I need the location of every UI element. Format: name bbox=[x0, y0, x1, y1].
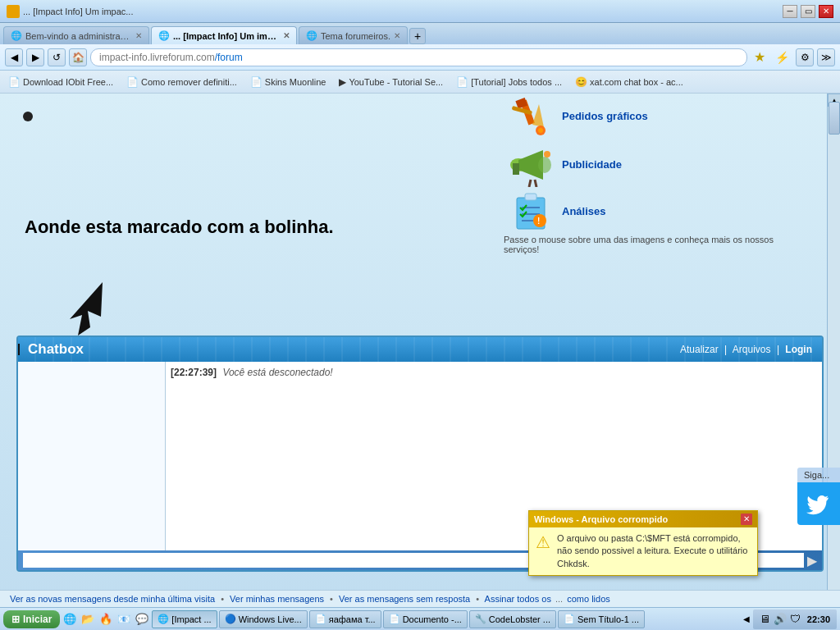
bookmark-icon-3: ▶ bbox=[339, 76, 346, 88]
taskbar-task-3[interactable]: 📄 Documento -... bbox=[383, 610, 468, 628]
taskbar-task-label-1: Windows Live... bbox=[239, 614, 302, 624]
bottom-link-unanswered[interactable]: Ver as mensagens sem resposta bbox=[339, 594, 470, 604]
close-button[interactable]: ✕ bbox=[819, 5, 833, 18]
bookmark-label-1: Como remover definiti... bbox=[141, 77, 237, 87]
bookmark-star-button[interactable]: ★ bbox=[754, 49, 765, 65]
taskbar-task-icon-2: 📄 bbox=[315, 614, 326, 624]
bottom-link-as-read[interactable]: como lidos bbox=[567, 594, 610, 604]
service-item-0[interactable]: Pedidos gráficos bbox=[504, 94, 648, 139]
error-warning-icon: ⚠ bbox=[536, 532, 550, 570]
tab-1[interactable]: 🌐 ... [Impact Info] Um impac... ✕ bbox=[151, 26, 297, 44]
service-icon-1 bbox=[504, 142, 557, 187]
system-tray: 🖥 🔊 🛡 22:30 bbox=[753, 609, 837, 629]
tab-close-0[interactable]: ✕ bbox=[135, 31, 142, 40]
service-item-1[interactable]: Publicidade bbox=[504, 142, 622, 187]
back-button[interactable]: ◀ bbox=[5, 48, 23, 66]
taskbar-quicklaunch-3[interactable]: 📧 bbox=[116, 611, 132, 628]
taskbar-quicklaunch-0[interactable]: 🌐 bbox=[62, 611, 78, 628]
browser-icon bbox=[7, 5, 20, 18]
scrollbar-track[interactable]: ▲ ▼ bbox=[827, 94, 840, 607]
tab-close-1[interactable]: ✕ bbox=[283, 31, 290, 40]
tab-close-2[interactable]: ✕ bbox=[394, 31, 400, 40]
chatbox-title: Chatbox bbox=[28, 341, 84, 358]
twitter-button[interactable] bbox=[797, 482, 840, 525]
taskbar-task-1[interactable]: 🔵 Windows Live... bbox=[219, 610, 308, 628]
error-dialog: Windows - Arquivo corrompido ✕ ⚠ O arqui… bbox=[528, 510, 758, 576]
tray-network-icon[interactable]: 🖥 bbox=[760, 613, 770, 625]
service-icon-2: ! bbox=[504, 190, 557, 231]
start-button[interactable]: ⊞ Iniciar bbox=[3, 610, 60, 628]
bookmarks-bar: 📄 Download IObit Free... 📄 Como remover … bbox=[0, 71, 840, 94]
taskbar-items: ⊞ Iniciar 🌐 📂 🔥 📧 💬 🌐 [Impact ... 🔵 Wind… bbox=[3, 610, 740, 628]
bookmark-5[interactable]: 😊 xat.com chat box - ac... bbox=[572, 75, 687, 89]
address-path: /forum bbox=[215, 52, 243, 63]
taskbar-quicklaunch-4[interactable]: 💬 bbox=[134, 611, 150, 628]
taskbar-task-4[interactable]: 🔧 CodeLobster ... bbox=[469, 610, 556, 628]
lightning-button[interactable]: ⚡ bbox=[775, 51, 789, 64]
taskbar-task-label-2: яафама т... bbox=[329, 614, 376, 624]
taskbar-quicklaunch-1[interactable]: 📂 bbox=[80, 611, 96, 628]
taskbar-task-icon-3: 📄 bbox=[389, 614, 400, 624]
minimize-button[interactable]: ─ bbox=[783, 5, 797, 18]
taskbar-task-2[interactable]: 📄 яафама т... bbox=[309, 610, 381, 628]
service-label-2: Análises bbox=[562, 205, 605, 217]
page-inner: ▲ ▼ Pedidos gráficos bbox=[0, 94, 840, 607]
taskbar-task-label-3: Documento -... bbox=[403, 614, 462, 624]
show-hidden-icons-button[interactable]: ◀ bbox=[740, 614, 753, 623]
error-close-button[interactable]: ✕ bbox=[741, 514, 752, 525]
taskbar-task-icon-1: 🔵 bbox=[225, 614, 236, 624]
main-text: Aonde esta marcado com a bolinha. bbox=[25, 217, 334, 238]
error-dialog-titlebar: Windows - Arquivo corrompido ✕ bbox=[529, 511, 757, 527]
bookmark-icon-4: 📄 bbox=[456, 76, 468, 88]
chatbox-send-icon[interactable]: ▶ bbox=[807, 553, 817, 568]
chatbox-action-update[interactable]: Atualizar bbox=[680, 344, 719, 355]
tab-2[interactable]: 🌐 Tema forumeiros. ✕ bbox=[299, 26, 408, 44]
reload-button[interactable]: ↺ bbox=[48, 48, 66, 66]
forward-button[interactable]: ▶ bbox=[26, 48, 44, 66]
taskbar-quicklaunch-2[interactable]: 🔥 bbox=[98, 611, 114, 628]
tab-favicon-1: 🌐 bbox=[158, 30, 170, 41]
home-button[interactable]: 🏠 bbox=[69, 48, 87, 66]
window-title: ... [Impact Info] Um impac... bbox=[23, 7, 783, 16]
address-bar[interactable]: impact-info.livreforum.com /forum bbox=[90, 48, 747, 66]
scrollbar-thumb[interactable] bbox=[829, 102, 840, 135]
error-dialog-message: O arquivo ou pasta C:\$MFT está corrompi… bbox=[557, 532, 751, 570]
bottom-link-mark-all[interactable]: Assinar todos os bbox=[485, 594, 551, 604]
tray-volume-icon[interactable]: 🔊 bbox=[774, 613, 787, 625]
main-heading: Aonde esta marcado com a bolinha. bbox=[25, 217, 334, 237]
chat-message-text: Você está desconectado! bbox=[222, 367, 332, 378]
bookmark-icon-1: 📄 bbox=[126, 76, 139, 88]
svg-marker-3 bbox=[532, 104, 544, 127]
tab-0[interactable]: 🌐 Bem-vindo a administraçã... ✕ bbox=[3, 26, 149, 44]
tray-security-icon[interactable]: 🛡 bbox=[790, 613, 801, 625]
bookmark-3[interactable]: ▶ YouTube - Tutorial Se... bbox=[336, 75, 446, 89]
bookmark-2[interactable]: 📄 Skins Muonline bbox=[247, 75, 330, 89]
arrow-icon bbox=[53, 274, 119, 342]
bookmark-4[interactable]: 📄 [Tutorial] Jobs todos ... bbox=[453, 75, 565, 89]
svg-rect-7 bbox=[513, 163, 519, 175]
tab-favicon-2: 🌐 bbox=[306, 30, 317, 41]
bookmark-0[interactable]: 📄 Download IObit Free... bbox=[5, 75, 116, 89]
taskbar-task-5[interactable]: 📄 Sem Título-1 ... bbox=[558, 610, 645, 628]
chatbox-dot-marker bbox=[18, 344, 20, 355]
windows-logo-icon: ⊞ bbox=[11, 614, 20, 625]
new-tab-button[interactable]: + bbox=[409, 28, 426, 44]
tab-label-0: Bem-vindo a administraçã... bbox=[25, 31, 132, 41]
taskbar-task-icon-0: 🌐 bbox=[158, 614, 169, 624]
bottom-link-my-messages[interactable]: Ver minhas mensagens bbox=[230, 594, 324, 604]
left-dot-marker bbox=[23, 112, 33, 121]
services-section: Pedidos gráficos Publicidade bbox=[504, 94, 791, 254]
bookmark-1[interactable]: 📄 Como remover definiti... bbox=[123, 75, 240, 89]
bottom-link-new-messages[interactable]: Ver as novas mensagens desde minha últim… bbox=[10, 594, 215, 604]
error-dialog-title-text: Windows - Arquivo corrompido bbox=[534, 514, 668, 524]
maximize-button[interactable]: ▭ bbox=[801, 5, 815, 18]
tools-button[interactable]: ⚙ bbox=[796, 48, 814, 66]
services-subtitle: Passe o mouse sobre uma das imagens e co… bbox=[504, 235, 791, 254]
chatbox-action-login[interactable]: Login bbox=[785, 344, 812, 355]
service-item-2[interactable]: ! Análises bbox=[504, 190, 605, 231]
chatbox-action-files[interactable]: Arquivos bbox=[733, 344, 771, 355]
taskbar-task-0[interactable]: 🌐 [Impact ... bbox=[152, 610, 217, 628]
bookmark-label-5: xat.com chat box - ac... bbox=[590, 77, 683, 87]
extensions-button[interactable]: ≫ bbox=[817, 48, 835, 66]
taskbar-task-icon-5: 📄 bbox=[564, 614, 575, 624]
